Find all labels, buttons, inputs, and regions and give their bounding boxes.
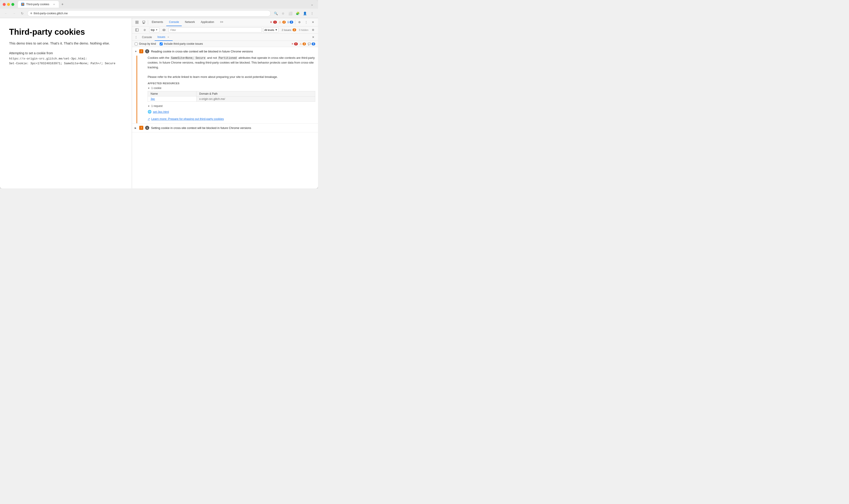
- issues-count: 2 Issues: 2: [282, 29, 296, 31]
- error-icon-small: ✕: [291, 42, 294, 46]
- console-label: Console: [169, 20, 179, 24]
- cookie-name-cell: 3pc: [148, 96, 196, 102]
- minimize-window-button[interactable]: [7, 3, 10, 6]
- tab-favicon: 🍪: [21, 3, 24, 6]
- code-partitioned: Partitioned: [218, 56, 237, 60]
- console-sidebar-button[interactable]: [134, 27, 140, 33]
- tab-console[interactable]: Console: [166, 18, 182, 26]
- svg-rect-2: [136, 22, 137, 24]
- level-dropdown[interactable]: All levels ▼: [263, 28, 279, 33]
- group-by-kind-checkbox[interactable]: [135, 42, 138, 46]
- issue-1-body: Cookies with the SameSite=None; Secure a…: [137, 56, 318, 123]
- more-tabs-label: >>: [220, 20, 223, 24]
- resize-icon[interactable]: ⌄: [309, 1, 315, 7]
- new-tab-button[interactable]: +: [60, 2, 65, 7]
- external-link-icon: ↗: [148, 118, 150, 121]
- inspect-element-button[interactable]: [134, 19, 140, 25]
- panel-menu-button[interactable]: ⋮: [134, 35, 138, 39]
- info-icon-small: 💬: [308, 42, 311, 46]
- console-settings-button[interactable]: ⚙: [310, 27, 316, 33]
- error-icon: ✕: [270, 20, 272, 24]
- tab-elements[interactable]: Elements: [149, 18, 166, 26]
- devtools-top-bar: Elements Console Network Application >> …: [132, 18, 318, 26]
- issue-2-count: 1: [145, 126, 149, 130]
- cookie-url: https://x-origin-src.glitch.me/set-3pc.h…: [9, 56, 123, 61]
- bookmark-button[interactable]: ☆: [280, 10, 286, 17]
- devtools-more-button[interactable]: ⋮: [303, 19, 309, 25]
- tab-close-button[interactable]: ×: [52, 3, 56, 6]
- eye-button[interactable]: [161, 27, 167, 33]
- sub-tab-console[interactable]: Console: [139, 34, 155, 41]
- cookie-label: Attempting to set a cookie from: [9, 51, 123, 56]
- level-arrow: ▼: [275, 29, 277, 31]
- issue-group-1: ▼ ! 1 Reading cookie in cross-site conte…: [132, 47, 318, 124]
- filter-input[interactable]: [169, 28, 262, 33]
- cookie-row: 3pc x-origin-src.glitch.me/: [148, 96, 315, 102]
- menu-button[interactable]: ⋮: [309, 10, 315, 17]
- issue-1-arrow: ▼: [135, 50, 137, 53]
- include-third-party-text: Include third-party cookie issues: [164, 42, 203, 46]
- tab-application[interactable]: Application: [198, 18, 217, 26]
- issue-2-title: Setting cookie in cross-site context wil…: [151, 126, 251, 130]
- issue-1-description: Cookies with the SameSite=None; Secure a…: [148, 56, 315, 79]
- extensions-button[interactable]: 🧩: [294, 10, 301, 17]
- cookie-domain-cell: x-origin-src.glitch.me/: [196, 96, 315, 102]
- warn-badge-group: ⚠ 2: [279, 20, 286, 24]
- zoom-button[interactable]: 🔍: [272, 10, 279, 17]
- back-button[interactable]: ←: [3, 10, 9, 17]
- screenshot-button[interactable]: ⬜: [287, 10, 294, 17]
- issues-options-bar: Group by kind Include third-party cookie…: [132, 41, 318, 47]
- learn-more-link[interactable]: ↗ Learn more: Prepare for phasing out th…: [148, 117, 315, 121]
- issues-tab-close[interactable]: ×: [167, 35, 170, 39]
- close-window-button[interactable]: [3, 3, 6, 6]
- include-third-party-checkbox[interactable]: [160, 42, 163, 46]
- request-section-header[interactable]: ▼ 1 request: [148, 104, 315, 108]
- settings-button[interactable]: ⚙: [296, 19, 302, 25]
- tab-network[interactable]: Network: [182, 18, 198, 26]
- sub-tab-issues[interactable]: Issues ×: [155, 34, 173, 41]
- issue-counts: ✕ 0 ⚠ 2 💬 0: [291, 42, 315, 46]
- cookie-section-label: 1 cookie: [151, 87, 161, 90]
- context-arrow: ▼: [156, 29, 158, 31]
- issues-tab-label: Issues: [157, 35, 165, 39]
- maximize-window-button[interactable]: [11, 3, 14, 6]
- console-tab-label: Console: [142, 36, 152, 39]
- context-selector[interactable]: top ▼: [149, 28, 159, 33]
- separator2: [295, 20, 295, 24]
- affected-resources: AFFECTED RESOURCES ▼ 1 cookie Name: [148, 82, 315, 121]
- request-section-label: 1 request: [151, 104, 163, 108]
- issues-warn-badge: 2: [293, 29, 296, 31]
- address-bar[interactable]: ⊕ third-party-cookies.glitch.me: [27, 10, 271, 17]
- info-badge-group: ℹ 2: [287, 20, 293, 24]
- request-link[interactable]: set-3pc.html: [153, 110, 169, 113]
- tab-more[interactable]: >>: [217, 18, 226, 26]
- include-third-party-label[interactable]: Include third-party cookie issues: [160, 42, 203, 46]
- request-resource-section: ▼ 1 request 🌐 set-3pc.html: [148, 104, 315, 114]
- forward-button[interactable]: →: [11, 10, 17, 17]
- cookie-value: Set-Cookie: 3pc=1703240163971; SameSite=…: [9, 61, 123, 66]
- close-panel-button[interactable]: ×: [310, 34, 316, 40]
- refresh-button[interactable]: ↻: [19, 10, 25, 17]
- code-samesite: SameSite=None; Secure: [170, 56, 206, 60]
- device-toggle-button[interactable]: [141, 19, 147, 25]
- cookie-name-link[interactable]: 3pc: [151, 97, 155, 101]
- svg-rect-0: [136, 21, 137, 22]
- error-badge-group: ✕ 1: [270, 20, 277, 24]
- content-area: Third-party cookies This demo tries to s…: [0, 18, 318, 188]
- tab-title: Third-party cookies: [26, 3, 49, 6]
- svg-rect-3: [137, 22, 138, 24]
- warn-icon-small: ⚠: [300, 42, 302, 46]
- group-by-kind-label[interactable]: Group by kind: [135, 42, 156, 46]
- svg-rect-7: [136, 29, 138, 31]
- issue-2-icon: !: [139, 126, 143, 130]
- warn-count: 2: [282, 21, 286, 24]
- close-devtools-button[interactable]: ×: [310, 19, 316, 25]
- clear-console-button[interactable]: ⊘: [141, 27, 148, 33]
- active-tab[interactable]: 🍪 Third-party cookies ×: [18, 1, 59, 8]
- col-domain: Domain & Path: [196, 91, 315, 96]
- profile-button[interactable]: 👤: [302, 10, 308, 17]
- learn-more-text: Learn more: Prepare for phasing out thir…: [151, 117, 224, 121]
- issue-group-2[interactable]: ▶ ! 1 Setting cookie in cross-site conte…: [132, 124, 318, 132]
- issue-1-header[interactable]: ▼ ! 1 Reading cookie in cross-site conte…: [132, 47, 318, 56]
- cookie-section-header[interactable]: ▼ 1 cookie: [148, 87, 315, 90]
